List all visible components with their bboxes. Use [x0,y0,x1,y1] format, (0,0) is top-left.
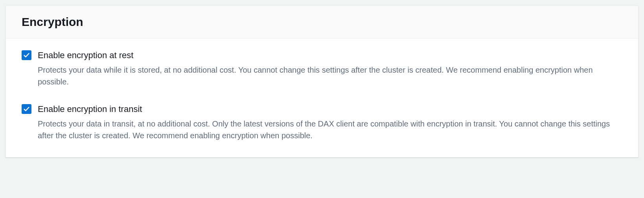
option-label-encryption-at-rest[interactable]: Enable encryption at rest [38,50,622,62]
panel-body: Enable encryption at rest Protects your … [6,38,638,157]
check-icon [23,106,30,112]
check-icon [23,52,30,59]
checkbox-encryption-at-rest[interactable] [22,50,31,60]
encryption-panel: Encryption Enable encryption at rest Pro… [6,6,638,158]
panel-title: Encryption [22,15,622,29]
option-description: Protects your data in transit, at no add… [38,118,622,141]
page: Encryption Enable encryption at rest Pro… [0,0,644,163]
option-encryption-at-rest: Enable encryption at rest Protects your … [22,50,622,88]
panel-header: Encryption [6,6,638,38]
option-text: Enable encryption at rest Protects your … [38,50,622,88]
option-label-encryption-in-transit[interactable]: Enable encryption in transit [38,103,622,116]
checkbox-encryption-in-transit[interactable] [22,104,31,114]
option-encryption-in-transit: Enable encryption in transit Protects yo… [22,103,622,141]
option-text: Enable encryption in transit Protects yo… [38,103,622,141]
option-description: Protects your data while it is stored, a… [38,64,622,88]
